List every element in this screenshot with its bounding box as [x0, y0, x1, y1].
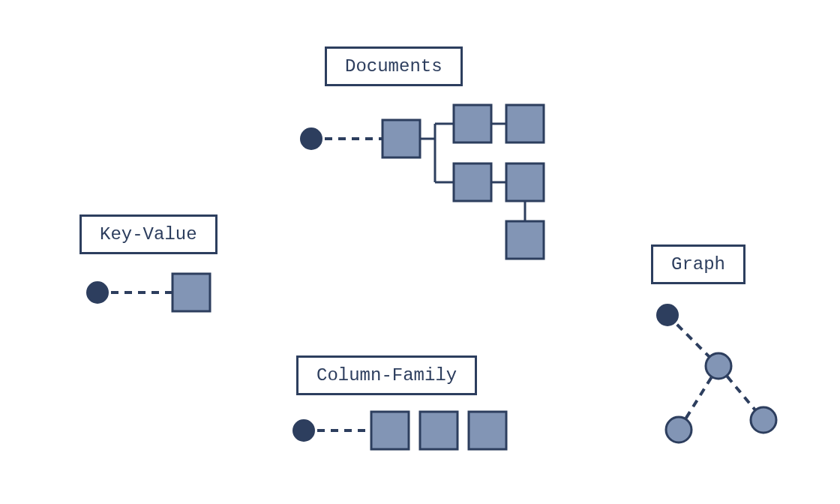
svg-rect-10	[454, 105, 491, 142]
svg-rect-15	[506, 164, 544, 201]
svg-rect-22	[469, 412, 506, 449]
keyvalue-diagram	[75, 270, 225, 315]
svg-point-26	[656, 304, 679, 326]
svg-point-1	[86, 281, 109, 304]
svg-point-29	[751, 407, 776, 433]
svg-rect-5	[382, 120, 420, 158]
svg-rect-21	[420, 412, 458, 449]
svg-rect-20	[371, 412, 409, 449]
svg-rect-12	[506, 105, 544, 142]
svg-point-4	[300, 128, 322, 150]
label-key-value: Key-Value	[80, 214, 218, 254]
svg-rect-13	[454, 164, 491, 201]
documents-diagram	[292, 98, 562, 262]
graph-diagram	[638, 292, 802, 458]
svg-point-19	[292, 419, 315, 442]
label-graph: Graph	[651, 244, 746, 284]
svg-rect-17	[506, 221, 544, 259]
svg-point-28	[666, 417, 692, 442]
label-documents: Documents	[325, 46, 463, 86]
svg-rect-2	[172, 274, 210, 311]
columnfamily-diagram	[285, 406, 540, 455]
svg-point-27	[706, 353, 731, 379]
label-column-family: Column-Family	[296, 356, 477, 395]
